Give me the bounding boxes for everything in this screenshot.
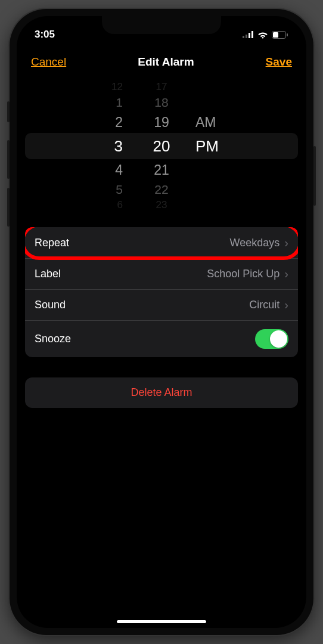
cancel-button[interactable]: Cancel xyxy=(31,55,66,69)
chevron-right-icon: › xyxy=(284,267,288,281)
hour-wheel[interactable]: 12 1 2 3 4 5 6 xyxy=(81,80,135,212)
repeat-value: Weekdays xyxy=(230,237,280,249)
selected-hour: 3 xyxy=(114,133,123,159)
snooze-row: Snooze xyxy=(25,320,298,357)
phone-frame: 3:05 xyxy=(10,9,313,635)
sound-row[interactable]: Sound Circuit › xyxy=(25,289,298,320)
status-indicators xyxy=(243,31,288,39)
nav-bar: Cancel Edit Alarm Save xyxy=(17,46,306,80)
chevron-right-icon: › xyxy=(284,236,288,250)
selected-ampm: PM xyxy=(195,133,219,159)
repeat-row[interactable]: Repeat Weekdays › xyxy=(25,227,298,258)
chevron-right-icon: › xyxy=(284,298,288,312)
svg-rect-7 xyxy=(273,32,278,38)
repeat-label: Repeat xyxy=(35,237,69,249)
side-button xyxy=(7,188,10,227)
side-button xyxy=(7,140,10,179)
sound-label: Sound xyxy=(35,299,66,311)
sound-value: Circuit xyxy=(249,299,279,311)
cellular-icon xyxy=(243,31,254,38)
side-button xyxy=(313,146,316,206)
svg-rect-1 xyxy=(246,35,247,38)
label-value: School Pick Up xyxy=(207,268,279,280)
time-picker[interactable]: 12 1 2 3 4 5 6 17 18 19 20 21 22 23 xyxy=(17,80,306,212)
wifi-icon xyxy=(257,31,268,39)
ampm-wheel[interactable]: AM PM xyxy=(188,80,242,212)
snooze-toggle[interactable] xyxy=(255,329,288,349)
battery-icon xyxy=(272,31,288,39)
minute-wheel[interactable]: 17 18 19 20 21 22 23 xyxy=(135,80,188,212)
screen: 3:05 xyxy=(17,16,306,628)
side-button xyxy=(7,101,10,122)
svg-rect-6 xyxy=(287,33,288,36)
delete-alarm-button[interactable]: Delete Alarm xyxy=(25,377,298,408)
svg-rect-2 xyxy=(249,33,250,38)
settings-list: Repeat Weekdays › Label School Pick Up ›… xyxy=(25,227,298,357)
save-button[interactable]: Save xyxy=(266,55,292,69)
label-label: Label xyxy=(35,268,61,280)
page-title: Edit Alarm xyxy=(138,55,194,69)
status-time: 3:05 xyxy=(35,29,55,41)
svg-rect-0 xyxy=(243,36,244,38)
selected-minute: 20 xyxy=(153,133,170,159)
svg-point-4 xyxy=(262,37,264,39)
notch xyxy=(102,16,221,34)
home-indicator[interactable] xyxy=(117,620,206,623)
svg-rect-3 xyxy=(251,31,253,38)
toggle-knob xyxy=(270,330,287,348)
delete-section: Delete Alarm xyxy=(25,377,298,408)
label-row[interactable]: Label School Pick Up › xyxy=(25,258,298,289)
snooze-label: Snooze xyxy=(35,333,71,345)
